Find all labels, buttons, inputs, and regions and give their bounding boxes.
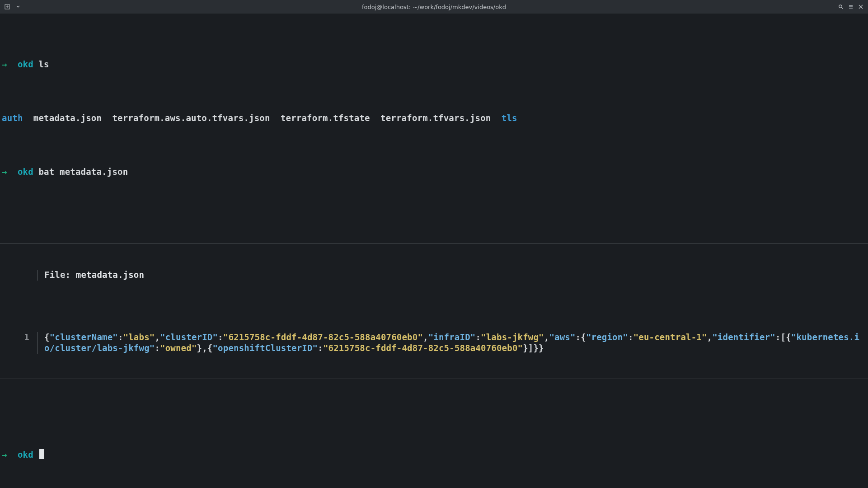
bat-line-number: 1 <box>0 332 38 354</box>
titlebar-dropdown-button[interactable] <box>14 2 23 11</box>
ls-entry-file: terraform.aws.auto.tfvars.json <box>112 113 270 123</box>
bat-rule-top <box>0 244 868 244</box>
bat-rule-mid <box>0 307 868 307</box>
terminal-line: → okd bat metadata.json <box>0 167 868 178</box>
ls-entry-dir: tls <box>502 113 517 123</box>
svg-line-4 <box>842 8 843 9</box>
terminal-line-active: → okd <box>0 449 868 460</box>
terminal-line: → okd ls <box>0 59 868 70</box>
hamburger-icon <box>848 4 854 9</box>
bat-file-name: metadata.json <box>76 270 144 280</box>
command-text: bat metadata.json <box>38 167 128 177</box>
close-icon <box>859 5 863 9</box>
ls-entry-file: terraform.tfvars.json <box>380 113 491 123</box>
bat-content-row: 1 {"clusterName":"labs","clusterID":"621… <box>0 328 868 357</box>
cursor-icon <box>39 449 44 459</box>
titlebar-left-controls <box>3 2 23 11</box>
ls-entry-file: terraform.tfstate <box>281 113 370 123</box>
prompt-arrow: → <box>2 167 7 177</box>
window-title: fodoj@localhost: ~/work/fodoj/mkdev/vide… <box>0 4 868 10</box>
plus-box-icon <box>5 4 10 9</box>
command-text: ls <box>38 59 49 69</box>
bat-output: File: metadata.json 1 {"clusterName":"la… <box>0 222 868 400</box>
terminal-line: auth metadata.json terraform.aws.auto.tf… <box>0 113 868 124</box>
bat-header-row: File: metadata.json <box>0 265 868 285</box>
prompt-dir: okd <box>18 59 33 69</box>
menu-button[interactable] <box>846 2 855 11</box>
ls-entry-file: metadata.json <box>33 113 102 123</box>
bat-gutter <box>0 270 38 281</box>
search-button[interactable] <box>836 2 845 11</box>
terminal-viewport[interactable]: → okd ls auth metadata.json terraform.aw… <box>0 14 868 482</box>
bat-file-label: File: <box>44 270 76 280</box>
new-tab-button[interactable] <box>3 2 12 11</box>
close-window-button[interactable] <box>856 2 865 11</box>
chevron-down-icon <box>16 5 20 9</box>
bat-rule-bottom <box>0 379 868 379</box>
prompt-arrow: → <box>2 450 7 460</box>
bat-file-content: {"clusterName":"labs","clusterID":"62157… <box>38 332 868 354</box>
svg-point-3 <box>839 5 842 8</box>
titlebar-right-controls <box>836 2 865 11</box>
window-titlebar: fodoj@localhost: ~/work/fodoj/mkdev/vide… <box>0 0 868 14</box>
search-icon <box>838 4 844 9</box>
prompt-arrow: → <box>2 59 7 69</box>
prompt-dir: okd <box>18 450 33 460</box>
ls-entry-dir: auth <box>2 113 23 123</box>
bat-file-header: File: metadata.json <box>38 270 868 281</box>
prompt-dir: okd <box>18 167 33 177</box>
